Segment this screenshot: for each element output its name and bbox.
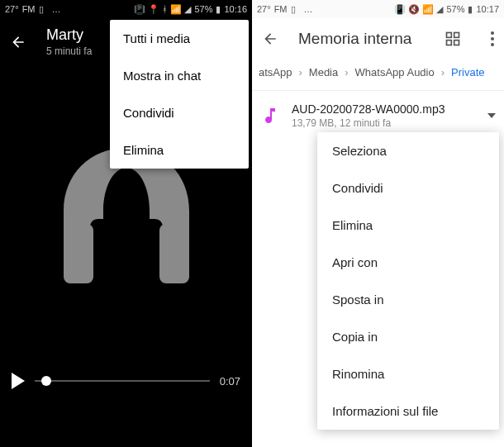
options-menu: Tutti i media Mostra in chat Condividi E… bbox=[110, 20, 249, 169]
notification-icon: ▯ bbox=[291, 4, 301, 14]
seek-thumb[interactable] bbox=[41, 376, 51, 386]
notification-icon: ▯ bbox=[39, 4, 49, 14]
elapsed-time: 0:07 bbox=[220, 375, 240, 388]
menu-share[interactable]: Condividi bbox=[110, 94, 249, 131]
fm-label: FM bbox=[274, 4, 288, 14]
play-button[interactable] bbox=[12, 373, 25, 389]
menu-all-media[interactable]: Tutti i media bbox=[110, 20, 249, 57]
file-meta: 13,79 MB, 12 minuti fa bbox=[292, 117, 476, 129]
back-arrow-icon[interactable] bbox=[262, 31, 278, 47]
chevron-right-icon: › bbox=[441, 66, 445, 78]
mute-icon: 🔇 bbox=[408, 4, 420, 15]
menu-select[interactable]: Seleziona bbox=[317, 132, 499, 169]
svg-rect-4 bbox=[447, 40, 452, 45]
menu-open-with[interactable]: Apri con bbox=[317, 244, 499, 281]
player-controls: 0:07 bbox=[0, 364, 252, 397]
breadcrumb: atsApp › Media › WhatsApp Audio › Privat… bbox=[252, 59, 504, 91]
menu-file-info[interactable]: Informazioni sul file bbox=[317, 392, 499, 430]
location-icon: 📍 bbox=[148, 4, 159, 15]
ellipsis: … bbox=[304, 4, 313, 14]
menu-rename[interactable]: Rinomina bbox=[317, 355, 499, 392]
file-manager-screen: 27° FM ▯ … 📳 🔇 📶 ◢ 57% ▮ 10:17 Memoria i… bbox=[252, 0, 504, 447]
temperature: 27° bbox=[5, 4, 19, 14]
vibrate-icon: 📳 bbox=[394, 4, 406, 15]
battery-percent: 57% bbox=[194, 4, 212, 14]
battery-icon: ▮ bbox=[468, 4, 473, 15]
crumb-media[interactable]: Media bbox=[309, 66, 338, 78]
wifi-icon: 📶 bbox=[170, 4, 182, 15]
caret-down-icon[interactable] bbox=[487, 113, 496, 118]
file-context-menu: Seleziona Condividi Elimina Apri con Spo… bbox=[317, 132, 499, 430]
chevron-right-icon: › bbox=[345, 66, 348, 78]
status-bar: 27° FM ▯ … 📳 📍 ᚼ 📶 ◢ 57% ▮ 10:16 bbox=[0, 0, 252, 18]
signal-icon: ◢ bbox=[184, 4, 191, 15]
crumb-private[interactable]: Private bbox=[451, 66, 484, 78]
battery-percent: 57% bbox=[446, 4, 464, 14]
fm-label: FM bbox=[22, 4, 36, 14]
status-bar: 27° FM ▯ … 📳 🔇 📶 ◢ 57% ▮ 10:17 bbox=[252, 0, 504, 18]
back-arrow-icon[interactable] bbox=[10, 34, 26, 50]
svg-rect-0 bbox=[64, 224, 93, 283]
clock: 10:16 bbox=[224, 4, 247, 14]
temperature: 27° bbox=[257, 4, 271, 14]
crumb-whatsapp[interactable]: atsApp bbox=[259, 66, 292, 78]
clock: 10:17 bbox=[476, 4, 499, 14]
file-manager-header: Memoria interna bbox=[252, 18, 504, 59]
wifi-icon: 📶 bbox=[422, 4, 434, 15]
menu-move-to[interactable]: Sposta in bbox=[317, 281, 499, 318]
file-name: AUD-20200728-WA0000.mp3 bbox=[292, 102, 476, 116]
menu-copy-to[interactable]: Copia in bbox=[317, 318, 499, 355]
svg-rect-3 bbox=[454, 33, 459, 38]
time-ago: 5 minuti fa bbox=[46, 45, 92, 57]
signal-icon: ◢ bbox=[436, 4, 443, 15]
contact-name: Marty bbox=[46, 26, 92, 44]
bluetooth-icon: ᚼ bbox=[162, 4, 168, 14]
vibrate-icon: 📳 bbox=[134, 4, 145, 15]
svg-rect-5 bbox=[454, 40, 459, 45]
ellipsis: … bbox=[52, 4, 61, 14]
whatsapp-audio-player-screen: 27° FM ▯ … 📳 📍 ᚼ 📶 ◢ 57% ▮ 10:16 bbox=[0, 0, 252, 447]
menu-show-in-chat[interactable]: Mostra in chat bbox=[110, 57, 249, 94]
page-title: Memoria interna bbox=[298, 30, 425, 48]
menu-share[interactable]: Condividi bbox=[317, 169, 499, 207]
svg-rect-2 bbox=[447, 33, 452, 38]
menu-delete[interactable]: Elimina bbox=[110, 131, 249, 169]
overflow-menu-icon[interactable] bbox=[491, 31, 494, 46]
crumb-whatsapp-audio[interactable]: WhatsApp Audio bbox=[355, 66, 435, 78]
seek-bar[interactable] bbox=[35, 380, 210, 382]
menu-delete[interactable]: Elimina bbox=[317, 207, 499, 244]
chevron-right-icon: › bbox=[298, 66, 302, 78]
battery-icon: ▮ bbox=[216, 4, 221, 15]
grid-view-icon[interactable] bbox=[445, 31, 461, 47]
svg-rect-1 bbox=[159, 224, 189, 283]
music-note-icon bbox=[260, 106, 280, 126]
